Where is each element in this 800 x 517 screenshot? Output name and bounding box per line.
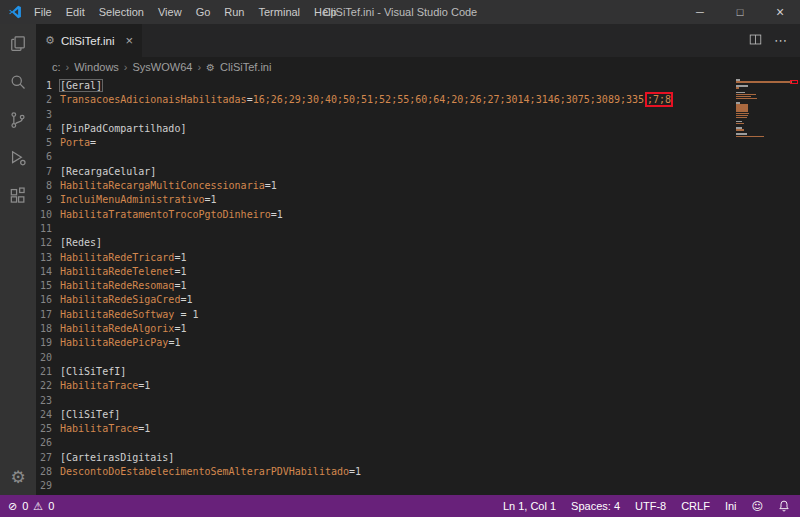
code-line[interactable]: 25HabilitaTrace=1: [36, 422, 800, 436]
breadcrumb-item[interactable]: CliSiTef.ini: [220, 61, 271, 73]
manage-gear-icon[interactable]: ⚙: [8, 467, 28, 487]
code-line[interactable]: 12[Redes]: [36, 236, 800, 250]
code-token: 1: [192, 309, 198, 320]
line-number: 5: [36, 136, 52, 150]
annotation-red-box: ;7;8: [647, 94, 671, 105]
ini-file-icon: ⚙: [45, 34, 55, 47]
code-line[interactable]: 7[RecargaCelular]: [36, 165, 800, 179]
code-token: HabilitaRedeTricard: [60, 252, 174, 263]
line-number: 8: [36, 179, 52, 193]
menu-file[interactable]: File: [27, 6, 59, 18]
tab-close-icon[interactable]: ×: [126, 33, 134, 48]
tab-clisitef-ini[interactable]: ⚙ CliSiTef.ini ×: [36, 24, 142, 57]
code-line[interactable]: 24[CliSiTef]: [36, 408, 800, 422]
window-title: CliSiTef.ini - Visual Studio Code: [323, 6, 477, 18]
code-line[interactable]: 16HabilitaRedeSigaCred=1: [36, 293, 800, 307]
code-line[interactable]: 4[PinPadCompartilhado]: [36, 122, 800, 136]
code-line[interactable]: 19HabilitaRedePicPay=1: [36, 336, 800, 350]
code-line[interactable]: 22HabilitaTrace=1: [36, 379, 800, 393]
search-icon[interactable]: [8, 72, 28, 92]
code-line[interactable]: 14HabilitaRedeTelenet=1: [36, 265, 800, 279]
code-line[interactable]: 13HabilitaRedeTricard=1: [36, 251, 800, 265]
code-line[interactable]: 23: [36, 394, 800, 408]
code-line[interactable]: 2TransacoesAdicionaisHabilitadas=16;26;2…: [36, 93, 800, 107]
line-number: 19: [36, 336, 52, 350]
breadcrumb-item[interactable]: c:: [52, 61, 61, 73]
code-text: [Redes]: [60, 236, 102, 250]
menu-selection[interactable]: Selection: [92, 6, 151, 18]
code-line[interactable]: 10HabilitaTratamentoTrocoPgtoDinheiro=1: [36, 208, 800, 222]
code-line[interactable]: 15HabilitaRedeResomaq=1: [36, 279, 800, 293]
maximize-button[interactable]: □: [720, 0, 760, 24]
menu-go[interactable]: Go: [189, 6, 218, 18]
source-control-icon[interactable]: [8, 110, 28, 130]
line-number: 7: [36, 165, 52, 179]
status-bar: ⊘ 0 ⚠ 0 Ln 1, Col 1 Spaces: 4 UTF-8 CRLF…: [0, 495, 800, 517]
title-bar: FileEditSelectionViewGoRunTerminalHelp C…: [0, 0, 800, 24]
code-line[interactable]: 3: [36, 108, 800, 122]
line-number: 16: [36, 293, 52, 307]
code-token: [Geral]: [60, 80, 102, 91]
code-token: =: [174, 309, 192, 320]
menu-run[interactable]: Run: [217, 6, 251, 18]
eol-setting[interactable]: CRLF: [681, 500, 710, 512]
code-line[interactable]: 20: [36, 351, 800, 365]
more-actions-icon[interactable]: ⋯: [774, 33, 788, 48]
language-mode[interactable]: Ini: [725, 500, 737, 512]
code-token: 1: [144, 380, 150, 391]
code-line[interactable]: 17HabilitaRedeSoftway = 1: [36, 308, 800, 322]
ini-file-icon: ⚙: [206, 62, 215, 73]
minimap[interactable]: [736, 79, 794, 140]
code-token: 1: [180, 323, 186, 334]
code-line[interactable]: 5Porta=: [36, 136, 800, 150]
code-text: HabilitaRedeAlgorix=1: [60, 322, 186, 336]
line-number: 15: [36, 279, 52, 293]
problems-indicator[interactable]: ⊘ 0 ⚠ 0: [8, 500, 54, 513]
editor-actions: ⋯: [749, 24, 800, 57]
line-number: 3: [36, 108, 52, 122]
split-editor-icon[interactable]: [749, 32, 762, 50]
code-line[interactable]: 26: [36, 436, 800, 450]
breadcrumb: c:›Windows›SysWOW64›⚙CliSiTef.ini: [36, 57, 800, 77]
code-line[interactable]: 11: [36, 222, 800, 236]
code-line[interactable]: 28DescontoDoEstabelecimentoSemAlterarPDV…: [36, 465, 800, 479]
extensions-icon[interactable]: [8, 186, 28, 206]
breadcrumb-item[interactable]: Windows: [74, 61, 119, 73]
code-text: DescontoDoEstabelecimentoSemAlterarPDVHa…: [60, 465, 361, 479]
feedback-smiley-icon[interactable]: ☺: [752, 500, 763, 513]
menu-edit[interactable]: Edit: [59, 6, 92, 18]
run-debug-icon[interactable]: [8, 148, 28, 168]
menu-view[interactable]: View: [151, 6, 189, 18]
explorer-icon[interactable]: [8, 34, 28, 54]
code-line[interactable]: 6: [36, 150, 800, 164]
line-number: 2: [36, 93, 52, 107]
code-line[interactable]: 29: [36, 479, 800, 493]
code-line[interactable]: 1[Geral]: [36, 79, 800, 93]
minimize-button[interactable]: ─: [680, 0, 720, 24]
menu-terminal[interactable]: Terminal: [252, 6, 308, 18]
indentation-setting[interactable]: Spaces: 4: [571, 500, 620, 512]
code-line[interactable]: 27[CarteirasDigitais]: [36, 451, 800, 465]
code-line[interactable]: 9IncluiMenuAdministrativo=1: [36, 193, 800, 207]
code-token: DescontoDoEstabelecimentoSemAlterarPDVHa…: [60, 466, 349, 477]
code-token: [CliSiTefI]: [60, 366, 126, 377]
menu-bar: FileEditSelectionViewGoRunTerminalHelp: [27, 0, 344, 24]
code-text: HabilitaRedeSigaCred=1: [60, 293, 192, 307]
code-line[interactable]: 21[CliSiTefI]: [36, 365, 800, 379]
code-token: HabilitaRedeAlgorix: [60, 323, 174, 334]
code-token: =: [90, 137, 96, 148]
cursor-position[interactable]: Ln 1, Col 1: [503, 500, 556, 512]
activity-bar: ⚙: [0, 24, 36, 495]
code-text: [CliSiTef]: [60, 408, 120, 422]
code-line[interactable]: 18HabilitaRedeAlgorix=1: [36, 322, 800, 336]
notifications-bell-icon[interactable]: [778, 499, 790, 513]
code-token: 1: [277, 209, 283, 220]
line-number: 14: [36, 265, 52, 279]
code-token: 1: [355, 466, 361, 477]
encoding-setting[interactable]: UTF-8: [635, 500, 666, 512]
code-line[interactable]: 8HabilitaRecargaMultiConcessionaria=1: [36, 179, 800, 193]
close-button[interactable]: ×: [760, 0, 800, 24]
breadcrumb-item[interactable]: SysWOW64: [133, 61, 193, 73]
line-number: 1: [36, 79, 52, 93]
editor[interactable]: 1[Geral]2TransacoesAdicionaisHabilitadas…: [36, 77, 800, 495]
